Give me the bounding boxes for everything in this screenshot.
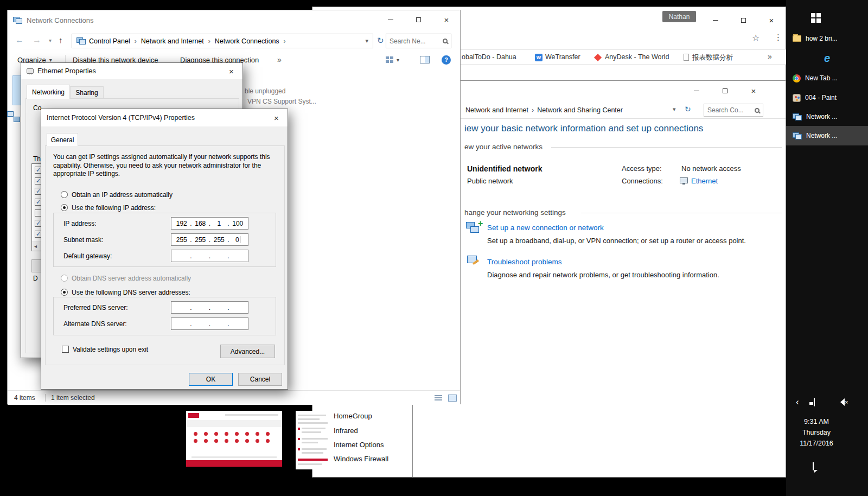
breadcrumb-item[interactable]: Network and Internet (465, 106, 528, 114)
refresh-icon[interactable]: ↻ (377, 36, 384, 46)
cp-item-windows-firewall[interactable]: Windows Firewall (334, 455, 388, 463)
browser-maximize-button[interactable] (735, 14, 751, 27)
tab-general[interactable]: General (47, 133, 78, 146)
browser-icon (793, 74, 801, 82)
dropdown-icon: ▾ (49, 57, 52, 63)
preferred-dns-field[interactable]: ... (171, 301, 248, 314)
bookmark-item[interactable]: WeTransfer (545, 53, 580, 61)
back-icon[interactable]: ← (15, 35, 24, 45)
taskbar-item-network-2[interactable]: Network ... (786, 126, 868, 145)
default-gateway-field[interactable]: ... (171, 250, 248, 262)
view-mode-button[interactable]: ▾ (386, 56, 399, 63)
setup-connection-link[interactable]: Set up a new connection or network (487, 224, 604, 232)
octet-separator: . (208, 320, 212, 328)
subnet-mask-field[interactable]: 255.255.255.0 (171, 233, 248, 246)
bookmark-item[interactable]: obalToDo - Dahua (462, 53, 516, 61)
cp-item-infrared[interactable]: Infrared (334, 427, 358, 435)
preview-pane-icon[interactable] (420, 56, 430, 63)
octet-separator: . (189, 304, 193, 311)
details-view-icon[interactable] (435, 395, 443, 401)
ipv4-titlebar[interactable]: Internet Protocol Version 4 (TCP/IPv4) P… (41, 109, 288, 126)
browser-close-button[interactable]: × (763, 14, 780, 27)
troubleshoot-icon (466, 255, 483, 270)
address-dropdown-icon[interactable]: ▾ (365, 37, 368, 44)
webpage-thumbnail[interactable] (186, 411, 282, 467)
validate-checkbox-row[interactable]: Validate settings upon exit (62, 345, 148, 353)
cancel-button[interactable]: Cancel (238, 373, 282, 386)
taskbar-item-network-1[interactable]: Network ... (786, 107, 868, 126)
ethernet-link[interactable]: Ethernet (691, 177, 718, 185)
nsc-maximize-button[interactable] (716, 84, 733, 97)
nsc-minimize-button[interactable] (688, 84, 705, 97)
thumbnail-view-icon[interactable] (448, 395, 457, 402)
radio-obtain-ip[interactable]: Obtain an IP address automatically (61, 190, 173, 199)
nc-maximize-button[interactable] (410, 13, 426, 26)
scroll-left-icon[interactable]: ◂ (34, 243, 37, 249)
address-bar[interactable]: Control Panel › Network and Internet › N… (72, 34, 373, 48)
active-networks-label: ew your active networks (464, 143, 542, 151)
radio-use-dns[interactable]: Use the following DNS server addresses: (61, 288, 190, 296)
bookmarks-overflow-icon[interactable]: » (768, 52, 772, 61)
network-status-icon[interactable] (814, 398, 815, 406)
browser-menu-icon[interactable]: ⋮ (774, 33, 782, 42)
ip-group-box: IP address: 192.168.1.100 Subnet mask: 2… (53, 213, 276, 267)
octet: 255 (193, 236, 208, 244)
taskbar-item-paint[interactable]: 004 - Paint (786, 88, 868, 107)
breadcrumb-item[interactable]: Control Panel (89, 37, 130, 45)
nc-close-button[interactable]: × (438, 13, 455, 26)
browser-minimize-button[interactable] (707, 14, 724, 27)
default-gateway-label: Default gateway: (63, 252, 112, 260)
favorite-star-icon[interactable]: ☆ (752, 33, 760, 43)
taskbar-item-ie[interactable]: e (786, 48, 868, 68)
breadcrumb-item[interactable]: Network and Internet (141, 37, 204, 45)
nsc-search-box[interactable] (704, 104, 763, 117)
cp-item-homegroup[interactable]: HomeGroup (334, 412, 372, 420)
eth-titlebar[interactable]: Ethernet Properties (21, 63, 242, 79)
troubleshoot-link[interactable]: Troubleshoot problems (487, 258, 562, 266)
history-dropdown-icon[interactable]: ▾ (49, 37, 52, 43)
eth-close-button[interactable]: × (222, 65, 241, 78)
ipv4-intro-text: You can get IP settings assigned automat… (53, 153, 272, 179)
ip-address-field[interactable]: 192.168.1.100 (171, 217, 248, 230)
alternate-dns-field[interactable]: ... (171, 317, 248, 330)
nc-search-box[interactable] (386, 34, 451, 48)
checkbox[interactable] (62, 346, 69, 353)
taskbar-item-folder[interactable]: how 2 bri... (786, 29, 868, 48)
selection-count: 1 item selected (51, 394, 95, 402)
nc-minimize-button[interactable] (382, 13, 399, 26)
octet-separator: . (189, 252, 193, 260)
item-count: 4 items (14, 394, 35, 402)
action-center-icon[interactable] (813, 462, 814, 470)
ipv4-close-button[interactable]: × (264, 111, 289, 124)
up-icon[interactable]: ↑ (59, 35, 63, 44)
taskbar-item-new-tab[interactable]: New Tab ... (786, 68, 868, 88)
nsc-heading: iew your basic network information and s… (464, 123, 703, 134)
forward-icon[interactable]: → (33, 35, 41, 45)
address-dropdown-icon[interactable]: ▾ (673, 106, 676, 113)
help-icon[interactable]: ? (442, 55, 451, 65)
cp-item-internet-options[interactable]: Internet Options (334, 441, 384, 449)
tab-networking[interactable]: Networking (27, 85, 70, 99)
nc-search-input[interactable] (390, 37, 443, 45)
octet: 1 (212, 220, 227, 227)
nsc-search-input[interactable] (707, 106, 755, 114)
tab-sharing[interactable]: Sharing (70, 86, 104, 99)
start-button[interactable] (811, 13, 821, 23)
browser-profile-badge[interactable]: Nathan (662, 11, 696, 22)
bookmark-item[interactable]: 报表数据分析 (692, 53, 733, 62)
breadcrumb-item[interactable]: Network Connections (215, 37, 279, 45)
refresh-icon[interactable]: ↻ (685, 105, 691, 113)
taskbar-clock[interactable]: 9:31 AM Thursday 11/17/2016 (786, 418, 847, 447)
tray-expand-icon[interactable]: ‹ (796, 397, 799, 408)
breadcrumb-item[interactable]: Network and Sharing Center (537, 106, 623, 114)
toolbar-overflow-icon[interactable]: » (277, 55, 282, 64)
octet: 168 (193, 220, 208, 227)
radio-use-ip[interactable]: Use the following IP address: (61, 204, 156, 212)
nsc-close-button[interactable]: × (745, 84, 762, 97)
plus-icon: + (478, 219, 483, 228)
bookmark-item[interactable]: AnyDesk - The World (605, 53, 669, 61)
webpage-thumbnail[interactable] (296, 411, 331, 469)
ok-button[interactable]: OK (189, 373, 233, 386)
advanced-button[interactable]: Advanced... (220, 345, 275, 358)
radio-circle (61, 275, 68, 282)
